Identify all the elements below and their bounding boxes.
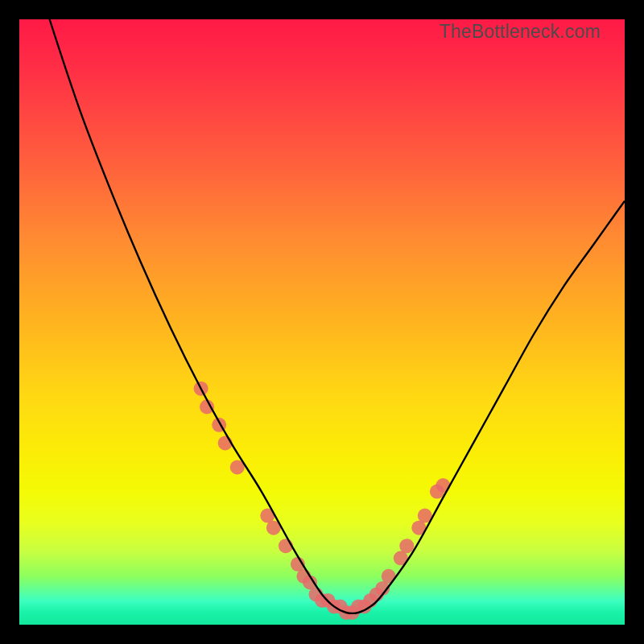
marker-group <box>194 382 451 620</box>
bottleneck-curve-path <box>19 0 625 613</box>
chart-svg <box>19 19 625 625</box>
chart-frame: TheBottleneck.com <box>19 19 625 625</box>
highlight-dot <box>399 539 414 553</box>
highlight-dot <box>436 478 450 493</box>
watermark-text: TheBottleneck.com <box>440 21 601 43</box>
